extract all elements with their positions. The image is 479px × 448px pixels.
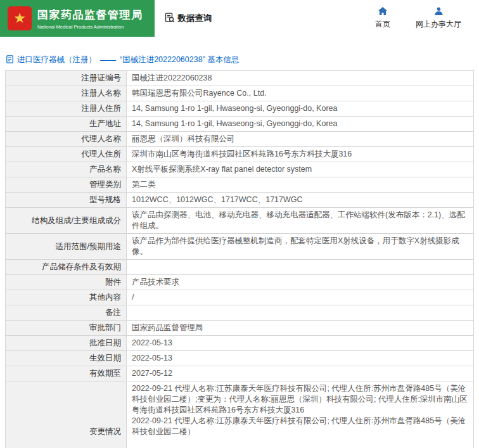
row-label-cell: 批准日期 <box>6 336 127 351</box>
row-label-cell: 代理人名称 <box>6 132 127 147</box>
row-label: 适用范围/预期用途 <box>56 242 121 251</box>
row-value: 2027-05-12 <box>127 366 474 381</box>
org-name-cn: 国家药品监督管理局 <box>37 8 143 22</box>
row-value: 该产品作为部件提供给医疗器械整机制造商，配套特定医用X射线设备，用于数字X射线摄… <box>127 234 474 260</box>
registration-info-table: 注册证编号 国械注进20222060238 注册人名称 韩国瑞恩思有限公司Ray… <box>5 70 474 448</box>
info-table-body: 注册证编号 国械注进20222060238 注册人名称 韩国瑞恩思有限公司Ray… <box>6 71 474 448</box>
row-value: 丽恩思（深圳）科技有限公司 <box>127 132 474 147</box>
row-label: 其他内容 <box>89 293 121 302</box>
row-value: 2022-05-13 <box>127 351 474 366</box>
row-label-cell: 型号规格 <box>6 193 127 208</box>
row-value <box>127 305 474 321</box>
row-label-cell: 产品储存条件及有效期 <box>6 260 127 275</box>
data-query-label: 数据查询 <box>178 13 212 24</box>
table-row: 附件 产品技术要求 <box>6 275 474 290</box>
table-row: 结构及组成/主要组成成分 该产品由探测器、电池、移动充电器、移动充电器适配器、工… <box>6 208 474 234</box>
document-icon <box>6 55 13 65</box>
row-label-cell: 变更情况 <box>6 381 127 448</box>
row-value: 2022-09-21 代理人名称:江苏康泰天年医疗科技有限公司; 代理人住所:苏… <box>127 381 474 448</box>
nav-home[interactable]: 首页 <box>375 7 390 30</box>
emblem-star-icon: ★ <box>13 6 26 30</box>
row-label-cell: 结构及组成/主要组成成分 <box>6 208 127 234</box>
row-label-cell: 产品名称 <box>6 162 127 177</box>
table-row: 批准日期 2022-05-13 <box>6 336 474 351</box>
row-value: 韩国瑞恩思有限公司Rayence Co., Ltd. <box>127 86 474 101</box>
row-label: 生效日期 <box>89 354 121 362</box>
row-value: 第二类 <box>127 177 474 193</box>
row-label: 产品名称 <box>89 165 121 174</box>
row-label: 代理人名称 <box>82 134 122 143</box>
row-label: 型号规格 <box>89 195 121 204</box>
table-row: 代理人住所 深圳市南山区粤海街道科技园社区科苑路16号东方科技大厦316 <box>6 147 474 162</box>
table-row: 产品储存条件及有效期 <box>6 260 474 275</box>
row-label-cell: 其他内容 <box>6 290 127 305</box>
row-label-cell: 审批部门 <box>6 321 127 336</box>
nav-service-hall-label: 网上办事大厅 <box>416 19 461 30</box>
top-nav: 首页 网上办事大厅 <box>375 0 479 37</box>
row-label: 产品储存条件及有效期 <box>42 262 121 271</box>
row-value: 该产品由探测器、电池、移动充电器、移动充电器适配器、工作站端软件(发布版本：2.… <box>127 208 474 234</box>
table-row: 注册人住所 14, Samsung 1-ro 1-gil, Hwaseong-s… <box>6 101 474 117</box>
data-query-search-icon <box>165 13 175 25</box>
row-value: 产品技术要求 <box>127 275 474 290</box>
breadcrumb-current: “国械注进20222060238” 基本信息 <box>120 54 239 65</box>
table-row: 管理类别 第二类 <box>6 177 474 193</box>
row-label-cell: 生产地址 <box>6 117 127 132</box>
table-row: 有效期至 2027-05-12 <box>6 366 474 381</box>
row-label-cell: 备注 <box>6 305 127 321</box>
person-icon <box>435 7 443 17</box>
row-label-cell: 代理人住所 <box>6 147 127 162</box>
row-label: 结构及组成/主要组成成分 <box>32 216 121 225</box>
nav-home-label: 首页 <box>375 19 390 30</box>
national-emblem-logo: ★ <box>8 6 32 30</box>
row-value: 国械注进20222060238 <box>127 71 474 86</box>
table-row: 生效日期 2022-05-13 <box>6 351 474 366</box>
row-label-cell: 生效日期 <box>6 351 127 366</box>
row-value: 1012WCC、1012WGC、1717WCC、1717WGC <box>127 193 474 208</box>
row-value: 14, Samsung 1-ro 1-gil, Hwaseong-si, Gye… <box>127 101 474 117</box>
row-label: 注册人名称 <box>82 89 122 98</box>
row-label: 审批部门 <box>89 323 121 332</box>
row-label: 批准日期 <box>89 338 121 347</box>
row-label: 注册证编号 <box>82 74 122 82</box>
breadcrumb-separator: —— <box>100 56 116 65</box>
row-label-cell: 适用范围/预期用途 <box>6 234 127 260</box>
row-label: 附件 <box>105 278 121 286</box>
table-row: 代理人名称 丽恩思（深圳）科技有限公司 <box>6 132 474 147</box>
row-label: 有效期至 <box>89 369 121 378</box>
table-row: 其他内容 / <box>6 290 474 305</box>
row-value: 国家药品监督管理局 <box>127 321 474 336</box>
row-label: 备注 <box>105 308 121 317</box>
table-row: 审批部门 国家药品监督管理局 <box>6 321 474 336</box>
row-label-cell: 注册人名称 <box>6 86 127 101</box>
site-header: ★ 国家药品监督管理局 National Medical Products Ad… <box>0 0 479 37</box>
row-label-cell: 管理类别 <box>6 177 127 193</box>
row-label-cell: 附件 <box>6 275 127 290</box>
nav-data-query[interactable]: 数据查询 <box>165 13 212 25</box>
row-label: 管理类别 <box>89 180 121 189</box>
row-value <box>127 260 474 275</box>
row-value: X射线平板探测系统X-ray flat panel detector syste… <box>127 162 474 177</box>
row-label-cell: 注册人住所 <box>6 101 127 117</box>
home-icon <box>378 7 387 17</box>
brand-block: ★ 国家药品监督管理局 National Medical Products Ad… <box>0 0 155 37</box>
brand-text: 国家药品监督管理局 National Medical Products Admi… <box>37 8 143 30</box>
row-value: 2022-05-13 <box>127 336 474 351</box>
table-row: 适用范围/预期用途 该产品作为部件提供给医疗器械整机制造商，配套特定医用X射线设… <box>6 234 474 260</box>
row-label-cell: 注册证编号 <box>6 71 127 86</box>
row-value: 深圳市南山区粤海街道科技园社区科苑路16号东方科技大厦316 <box>127 147 474 162</box>
row-label: 生产地址 <box>89 119 121 128</box>
table-row: 注册人名称 韩国瑞恩思有限公司Rayence Co., Ltd. <box>6 86 474 101</box>
table-row: 生产地址 14, Samsung 1-ro 1-gil, Hwaseong-si… <box>6 117 474 132</box>
row-label: 变更情况 <box>89 427 121 436</box>
table-row: 注册证编号 国械注进20222060238 <box>6 71 474 86</box>
org-name-en: National Medical Products Administration <box>37 24 143 30</box>
breadcrumb-section-link[interactable]: 进口医疗器械（注册） <box>17 54 96 65</box>
table-row: 产品名称 X射线平板探测系统X-ray flat panel detector … <box>6 162 474 177</box>
row-value: 14, Samsung 1-ro 1-gil, Hwaseong-si, Gye… <box>127 117 474 132</box>
breadcrumb: 进口医疗器械（注册） —— “国械注进20222060238” 基本信息 <box>6 54 474 65</box>
nav-service-hall[interactable]: 网上办事大厅 <box>416 7 461 30</box>
row-label: 代理人住所 <box>82 150 122 158</box>
table-row: 变更情况 2022-09-21 代理人名称:江苏康泰天年医疗科技有限公司; 代理… <box>6 381 474 448</box>
table-row: 型号规格 1012WCC、1012WGC、1717WCC、1717WGC <box>6 193 474 208</box>
